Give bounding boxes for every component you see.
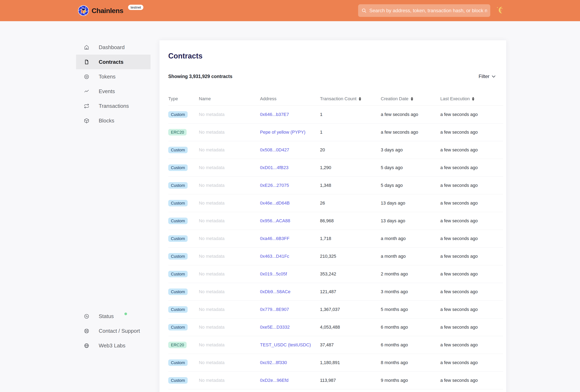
contract-address-link[interactable]: 0xD01...4fB23 xyxy=(260,165,288,170)
table-row: ERC20No metadataPepe of yellow (PYPY)1a … xyxy=(168,123,503,141)
column-header-last-execution[interactable]: Last Execution xyxy=(440,96,503,101)
type-cell: Custom xyxy=(168,306,199,313)
address-cell: 0x508...0D427 xyxy=(260,147,320,153)
column-header-label: Creation Date xyxy=(381,96,409,101)
activity-line-icon xyxy=(84,89,89,94)
creation-date-cell: 9 months ago xyxy=(381,378,440,383)
sidebar-item-events[interactable]: Events xyxy=(76,84,150,98)
contract-address-link[interactable]: TEST_USDC (testUSDC) xyxy=(260,342,311,347)
column-header-transaction-count[interactable]: Transaction Count xyxy=(320,96,381,101)
dark-mode-toggle[interactable] xyxy=(496,5,506,15)
table-row: CustomNo metadata0xD2e...96Efd113,9879 m… xyxy=(168,372,503,389)
contract-address-link[interactable]: 0xa46...6B3FF xyxy=(260,236,290,241)
sidebar-item-contact-support[interactable]: Contact / Support xyxy=(76,323,150,338)
search-icon xyxy=(361,8,367,13)
name-cell: No metadata xyxy=(199,147,260,153)
sort-icon[interactable] xyxy=(359,97,361,101)
address-cell: 0xD2e...96Efd xyxy=(260,378,320,383)
contract-address-link[interactable]: 0x508...0D427 xyxy=(260,147,289,152)
last-execution-cell: a few seconds ago xyxy=(440,360,503,365)
address-cell: 0xc92...8f330 xyxy=(260,360,320,365)
name-cell: No metadata xyxy=(199,360,260,365)
sidebar-item-tokens[interactable]: Tokens xyxy=(76,69,150,84)
contracts-count-summary: Showing 3,931,929 contracts xyxy=(168,74,232,79)
name-cell: No metadata xyxy=(199,307,260,312)
sidebar-nav: Dashboard Contracts Tokens Events Transa… xyxy=(76,40,150,128)
brand[interactable]: Chainlens testnet xyxy=(78,0,143,21)
name-cell: No metadata xyxy=(199,378,260,383)
contract-address-link[interactable]: Pepe of yellow (PYPY) xyxy=(260,130,305,135)
type-badge: ERC20 xyxy=(168,342,187,348)
type-badge: Custom xyxy=(168,111,188,118)
last-execution-cell: a few seconds ago xyxy=(440,183,503,188)
table-row: CustomNo metadata0x463...D41Fc210,325a m… xyxy=(168,248,503,265)
type-cell: ERC20 xyxy=(168,342,199,348)
sidebar-item-transactions[interactable]: Transactions xyxy=(76,98,150,113)
column-header-creation-date[interactable]: Creation Date xyxy=(381,96,440,101)
creation-date-cell: 13 days ago xyxy=(381,200,440,206)
sort-icon[interactable] xyxy=(411,97,413,101)
last-execution-cell: a few seconds ago xyxy=(440,342,503,348)
transaction-count-cell: 121,487 xyxy=(320,289,381,294)
creation-date-cell: a month ago xyxy=(381,254,440,259)
column-header-label: Last Execution xyxy=(440,96,470,101)
type-cell: Custom xyxy=(168,271,199,277)
contract-address-link[interactable]: 0xDb9...58ACe xyxy=(260,289,290,294)
name-cell: No metadata xyxy=(199,254,260,259)
last-execution-cell: a few seconds ago xyxy=(440,200,503,206)
type-cell: Custom xyxy=(168,200,199,206)
contract-address-link[interactable]: 0xe5E...D3332 xyxy=(260,325,290,330)
status-indicator-dot xyxy=(124,312,127,315)
contract-address-link[interactable]: 0x956...ACA88 xyxy=(260,218,290,223)
type-cell: Custom xyxy=(168,359,199,366)
contract-address-link[interactable]: 0xE26...27075 xyxy=(260,183,289,188)
type-cell: Custom xyxy=(168,164,199,171)
filter-button[interactable]: Filter xyxy=(479,74,496,79)
contract-address-link[interactable]: 0x46e...dD64B xyxy=(260,200,290,205)
transaction-count-cell: 4,053,488 xyxy=(320,325,381,330)
filter-label: Filter xyxy=(479,74,489,79)
contracts-panel: Contracts Showing 3,931,929 contracts Fi… xyxy=(159,40,506,392)
transaction-count-cell: 210,325 xyxy=(320,254,381,259)
table-row: CustomNo metadata0xD01...4fB231,2905 day… xyxy=(168,159,503,177)
search-input[interactable] xyxy=(369,8,487,13)
type-cell: Custom xyxy=(168,218,199,224)
sort-icon[interactable] xyxy=(472,97,474,101)
type-badge: Custom xyxy=(168,271,188,277)
type-badge: Custom xyxy=(168,324,188,330)
creation-date-cell: 3 days ago xyxy=(381,147,440,153)
table-row: CustomNo metadata0x508...0D427203 days a… xyxy=(168,141,503,159)
sidebar-item-web3-labs[interactable]: Web3 Labs xyxy=(76,338,150,353)
type-cell: ERC20 xyxy=(168,129,199,135)
transaction-count-cell: 86,968 xyxy=(320,218,381,223)
last-execution-cell: a few seconds ago xyxy=(440,378,503,383)
sidebar-item-blocks[interactable]: Blocks xyxy=(76,113,150,128)
contract-address-link[interactable]: 0x463...D41Fc xyxy=(260,254,289,259)
home-icon xyxy=(84,45,89,50)
transaction-count-cell: 113,987 xyxy=(320,378,381,383)
contract-address-link[interactable]: 0xD2e...96Efd xyxy=(260,378,288,383)
contract-address-link[interactable]: 0x019...5c05f xyxy=(260,271,287,277)
type-badge: Custom xyxy=(168,289,188,295)
creation-date-cell: 8 months ago xyxy=(381,360,440,365)
env-badge: testnet xyxy=(128,5,143,10)
table-header-row: TypeNameAddressTransaction CountCreation… xyxy=(168,92,503,106)
type-cell: Custom xyxy=(168,111,199,118)
table-row: CustomNo metadata0xa46...6B3FF1,718a mon… xyxy=(168,230,503,248)
address-cell: 0x779...8E907 xyxy=(260,307,320,312)
sidebar-item-status[interactable]: Status xyxy=(76,309,150,323)
contract-address-link[interactable]: 0x646...b37E7 xyxy=(260,112,289,117)
name-cell: No metadata xyxy=(199,200,260,206)
search-bar[interactable] xyxy=(358,4,490,17)
sidebar-item-contracts[interactable]: Contracts xyxy=(76,55,150,69)
table-row: CustomNo metadata0x779...8E9071,367,0375… xyxy=(168,301,503,318)
contract-address-link[interactable]: 0xc92...8f330 xyxy=(260,360,287,365)
type-cell: Custom xyxy=(168,235,199,242)
sidebar-item-label: Transactions xyxy=(99,103,129,109)
type-cell: Custom xyxy=(168,147,199,153)
contract-address-link[interactable]: 0x779...8E907 xyxy=(260,307,289,312)
chainlens-logo-icon xyxy=(78,5,89,16)
sidebar-item-dashboard[interactable]: Dashboard xyxy=(76,40,150,55)
name-cell: No metadata xyxy=(199,112,260,117)
name-cell: No metadata xyxy=(199,271,260,277)
